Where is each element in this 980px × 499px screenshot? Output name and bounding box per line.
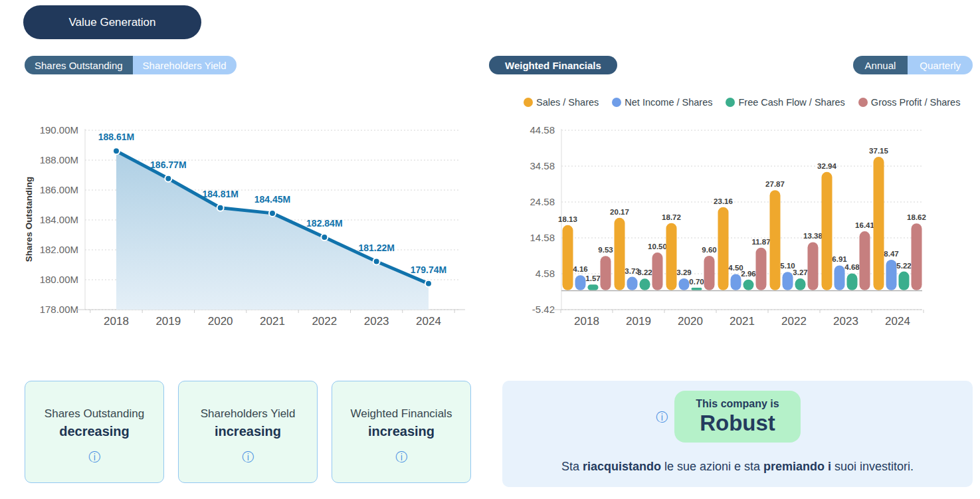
card-label: Weighted Financials bbox=[351, 407, 452, 421]
bar[interactable] bbox=[847, 273, 858, 290]
legend-item[interactable]: Sales / Shares bbox=[524, 97, 599, 108]
svg-text:188.61M: 188.61M bbox=[98, 132, 134, 142]
legend-dot-icon bbox=[612, 98, 621, 107]
bar[interactable] bbox=[692, 288, 702, 290]
bar-chart-legend: Sales / SharesNet Income / SharesFree Ca… bbox=[524, 97, 960, 108]
svg-text:44.58: 44.58 bbox=[530, 124, 555, 136]
toggle-quarterly[interactable]: Quarterly bbox=[908, 56, 973, 74]
tab-shares-outstanding[interactable]: Shares Outstanding bbox=[25, 56, 133, 74]
legend-item[interactable]: Gross Profit / Shares bbox=[858, 97, 961, 108]
bar[interactable] bbox=[860, 231, 870, 290]
bar[interactable] bbox=[834, 265, 845, 290]
bar[interactable] bbox=[627, 277, 638, 290]
toggle-label: Quarterly bbox=[920, 60, 961, 71]
bar[interactable] bbox=[874, 157, 884, 290]
bar[interactable] bbox=[588, 284, 599, 290]
verdict-rating: Robust bbox=[700, 411, 775, 436]
verdict-sentence: Sta riacquistando le sue azioni e sta pr… bbox=[502, 460, 973, 474]
bar[interactable] bbox=[615, 218, 625, 290]
info-icon[interactable]: ⓘ bbox=[88, 451, 100, 463]
bar[interactable] bbox=[575, 275, 586, 290]
tab-shareholders-yield[interactable]: Shareholders Yield bbox=[133, 56, 237, 74]
svg-text:2018: 2018 bbox=[104, 315, 129, 328]
toggle-annual[interactable]: Annual bbox=[853, 56, 908, 74]
tab-label: Shareholders Yield bbox=[143, 60, 227, 71]
data-point[interactable] bbox=[269, 210, 276, 217]
svg-text:2018: 2018 bbox=[574, 315, 599, 328]
card-weighted-financials: Weighted Financials increasing ⓘ bbox=[332, 381, 471, 483]
svg-text:2024: 2024 bbox=[885, 315, 910, 328]
bar[interactable] bbox=[899, 272, 910, 290]
bar[interactable] bbox=[640, 278, 650, 290]
bar[interactable] bbox=[679, 278, 690, 290]
data-point[interactable] bbox=[425, 280, 432, 287]
weighted-financials-badge: Weighted Financials bbox=[489, 56, 617, 74]
svg-text:2023: 2023 bbox=[364, 315, 389, 328]
summary-cards: Shares Outstanding decreasing ⓘ Sharehol… bbox=[25, 381, 471, 483]
svg-text:182.00M: 182.00M bbox=[40, 244, 78, 255]
svg-text:3.27: 3.27 bbox=[793, 268, 807, 276]
bar[interactable] bbox=[808, 242, 819, 290]
bar[interactable] bbox=[563, 225, 573, 290]
bar[interactable] bbox=[912, 223, 922, 290]
svg-text:18.72: 18.72 bbox=[662, 213, 681, 221]
svg-text:2024: 2024 bbox=[416, 315, 441, 328]
svg-text:188.00M: 188.00M bbox=[40, 154, 78, 165]
legend-label: Sales / Shares bbox=[536, 97, 599, 108]
svg-text:0.70: 0.70 bbox=[689, 278, 704, 286]
badge-label: Weighted Financials bbox=[505, 60, 601, 71]
info-icon[interactable]: ⓘ bbox=[656, 411, 668, 423]
svg-text:2019: 2019 bbox=[626, 315, 651, 328]
svg-text:4.16: 4.16 bbox=[573, 265, 587, 273]
info-icon[interactable]: ⓘ bbox=[242, 451, 254, 463]
svg-text:181.22M: 181.22M bbox=[358, 243, 394, 253]
data-point[interactable] bbox=[113, 148, 120, 154]
bar[interactable] bbox=[756, 248, 767, 290]
bar[interactable] bbox=[704, 256, 715, 290]
svg-text:182.84M: 182.84M bbox=[306, 218, 342, 229]
data-point[interactable] bbox=[373, 258, 380, 265]
data-point[interactable] bbox=[165, 175, 171, 182]
svg-text:9.60: 9.60 bbox=[702, 246, 716, 254]
bar[interactable] bbox=[652, 252, 663, 290]
legend-item[interactable]: Free Cash Flow / Shares bbox=[726, 97, 844, 108]
svg-text:37.15: 37.15 bbox=[869, 147, 888, 155]
legend-dot-icon bbox=[524, 98, 533, 107]
bar[interactable] bbox=[783, 272, 793, 290]
svg-text:2019: 2019 bbox=[155, 315, 181, 328]
verdict-prefix: This company is bbox=[696, 398, 779, 410]
data-point[interactable] bbox=[217, 205, 224, 211]
bar[interactable] bbox=[601, 256, 611, 290]
svg-text:190.00M: 190.00M bbox=[40, 124, 78, 136]
weighted-financials-chart[interactable]: 44.5834.5824.5814.584.58-5.4218.134.161.… bbox=[525, 120, 957, 339]
legend-label: Net Income / Shares bbox=[625, 97, 712, 108]
shares-outstanding-chart[interactable]: 190.00M188.00M186.00M184.00M182.00M180.0… bbox=[0, 120, 478, 339]
svg-text:6.91: 6.91 bbox=[832, 255, 847, 263]
bar[interactable] bbox=[770, 190, 781, 290]
bar[interactable] bbox=[886, 260, 897, 290]
bar[interactable] bbox=[743, 280, 754, 290]
legend-item[interactable]: Net Income / Shares bbox=[612, 97, 712, 108]
data-point[interactable] bbox=[321, 234, 328, 241]
svg-text:5.22: 5.22 bbox=[896, 262, 911, 270]
svg-text:2023: 2023 bbox=[833, 315, 858, 328]
svg-text:3.22: 3.22 bbox=[637, 268, 652, 276]
svg-text:2021: 2021 bbox=[260, 315, 285, 328]
bar[interactable] bbox=[666, 223, 677, 290]
info-icon[interactable]: ⓘ bbox=[395, 451, 407, 463]
bar[interactable] bbox=[731, 274, 741, 290]
svg-text:2020: 2020 bbox=[678, 315, 703, 328]
svg-text:2021: 2021 bbox=[730, 315, 755, 328]
bar[interactable] bbox=[822, 172, 833, 290]
bar[interactable] bbox=[718, 207, 729, 290]
bar[interactable] bbox=[795, 278, 806, 290]
svg-text:34.58: 34.58 bbox=[530, 160, 555, 171]
tab-label: Shares Outstanding bbox=[35, 60, 123, 71]
legend-dot-icon bbox=[858, 98, 868, 107]
card-trend: increasing bbox=[368, 424, 435, 439]
svg-text:9.53: 9.53 bbox=[598, 246, 613, 254]
svg-text:-5.42: -5.42 bbox=[532, 304, 555, 315]
card-shares-outstanding: Shares Outstanding decreasing ⓘ bbox=[25, 381, 164, 483]
svg-text:24.58: 24.58 bbox=[530, 196, 555, 207]
svg-text:184.00M: 184.00M bbox=[40, 214, 78, 225]
